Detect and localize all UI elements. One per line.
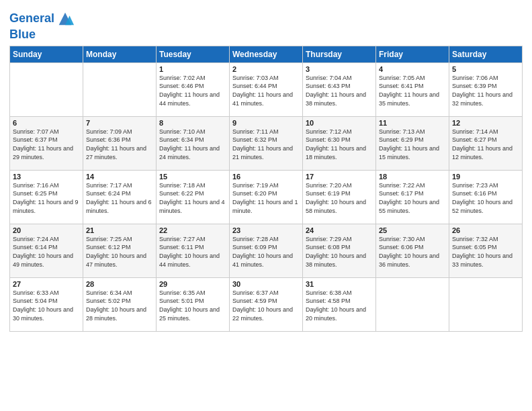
day-info: Sunrise: 7:12 AMSunset: 6:30 PMDaylight:… bbox=[306, 128, 373, 161]
day-info: Sunrise: 7:20 AMSunset: 6:19 PMDaylight:… bbox=[306, 181, 373, 215]
weekday-header: Friday bbox=[376, 46, 449, 62]
day-info: Sunrise: 7:25 AMSunset: 6:12 PMDaylight:… bbox=[86, 235, 153, 269]
day-number: 27 bbox=[13, 280, 80, 288]
calendar-cell: 30Sunrise: 6:37 AMSunset: 4:59 PMDayligh… bbox=[230, 277, 303, 331]
calendar-cell: 15Sunrise: 7:18 AMSunset: 6:22 PMDayligh… bbox=[157, 170, 230, 224]
day-info: Sunrise: 7:32 AMSunset: 6:05 PMDaylight:… bbox=[452, 235, 519, 269]
day-number: 1 bbox=[159, 65, 226, 73]
day-number: 30 bbox=[232, 280, 300, 288]
day-number: 6 bbox=[13, 119, 80, 127]
logo-text-blue: Blue bbox=[9, 28, 75, 42]
day-number: 16 bbox=[232, 173, 300, 181]
day-number: 3 bbox=[306, 65, 373, 73]
day-number: 4 bbox=[379, 65, 446, 73]
day-info: Sunrise: 6:33 AMSunset: 5:04 PMDaylight:… bbox=[13, 289, 80, 322]
calendar-cell: 19Sunrise: 7:23 AMSunset: 6:16 PMDayligh… bbox=[449, 170, 523, 224]
calendar-cell: 1Sunrise: 7:02 AMSunset: 6:46 PMDaylight… bbox=[157, 62, 230, 116]
day-number: 21 bbox=[86, 226, 153, 234]
weekday-header: Monday bbox=[83, 46, 157, 62]
day-info: Sunrise: 6:37 AMSunset: 4:59 PMDaylight:… bbox=[232, 289, 300, 322]
day-info: Sunrise: 7:02 AMSunset: 6:46 PMDaylight:… bbox=[159, 74, 226, 107]
day-info: Sunrise: 7:27 AMSunset: 6:11 PMDaylight:… bbox=[159, 235, 226, 269]
day-info: Sunrise: 7:06 AMSunset: 6:39 PMDaylight:… bbox=[452, 74, 519, 107]
calendar-cell: 6Sunrise: 7:07 AMSunset: 6:37 PMDaylight… bbox=[10, 116, 83, 170]
day-number: 19 bbox=[452, 173, 519, 181]
day-number: 9 bbox=[232, 119, 300, 127]
day-info: Sunrise: 7:29 AMSunset: 6:08 PMDaylight:… bbox=[306, 235, 373, 269]
day-number: 10 bbox=[306, 119, 373, 127]
day-info: Sunrise: 6:35 AMSunset: 5:01 PMDaylight:… bbox=[159, 289, 226, 322]
weekday-header: Wednesday bbox=[230, 46, 303, 62]
calendar-cell: 17Sunrise: 7:20 AMSunset: 6:19 PMDayligh… bbox=[303, 170, 376, 224]
calendar-cell bbox=[10, 62, 83, 116]
weekday-header: Saturday bbox=[449, 46, 523, 62]
day-number: 17 bbox=[306, 173, 373, 181]
calendar-cell: 26Sunrise: 7:32 AMSunset: 6:05 PMDayligh… bbox=[449, 224, 523, 277]
day-info: Sunrise: 7:07 AMSunset: 6:37 PMDaylight:… bbox=[13, 128, 80, 161]
day-number: 18 bbox=[379, 173, 446, 181]
day-info: Sunrise: 7:28 AMSunset: 6:09 PMDaylight:… bbox=[232, 235, 300, 269]
day-info: Sunrise: 7:14 AMSunset: 6:27 PMDaylight:… bbox=[452, 128, 519, 161]
calendar-cell: 11Sunrise: 7:13 AMSunset: 6:29 PMDayligh… bbox=[376, 116, 449, 170]
calendar-cell: 18Sunrise: 7:22 AMSunset: 6:17 PMDayligh… bbox=[376, 170, 449, 224]
calendar-header-row: SundayMondayTuesdayWednesdayThursdayFrid… bbox=[10, 46, 523, 62]
calendar-cell: 10Sunrise: 7:12 AMSunset: 6:30 PMDayligh… bbox=[303, 116, 376, 170]
calendar-cell bbox=[83, 62, 157, 116]
day-info: Sunrise: 7:05 AMSunset: 6:41 PMDaylight:… bbox=[379, 74, 446, 107]
day-number: 24 bbox=[306, 226, 373, 234]
calendar-cell: 14Sunrise: 7:17 AMSunset: 6:24 PMDayligh… bbox=[83, 170, 157, 224]
day-info: Sunrise: 7:09 AMSunset: 6:36 PMDaylight:… bbox=[86, 128, 153, 161]
logo-icon bbox=[56, 9, 75, 28]
day-number: 12 bbox=[452, 119, 519, 127]
logo-text: General bbox=[9, 12, 54, 26]
day-number: 15 bbox=[159, 173, 226, 181]
day-number: 11 bbox=[379, 119, 446, 127]
day-info: Sunrise: 7:10 AMSunset: 6:34 PMDaylight:… bbox=[159, 128, 226, 161]
calendar-cell: 31Sunrise: 6:38 AMSunset: 4:58 PMDayligh… bbox=[303, 277, 376, 331]
weekday-header: Tuesday bbox=[157, 46, 230, 62]
calendar-week-row: 6Sunrise: 7:07 AMSunset: 6:37 PMDaylight… bbox=[10, 116, 523, 170]
day-info: Sunrise: 7:30 AMSunset: 6:06 PMDaylight:… bbox=[379, 235, 446, 269]
day-number: 31 bbox=[306, 280, 373, 288]
calendar-cell: 16Sunrise: 7:19 AMSunset: 6:20 PMDayligh… bbox=[230, 170, 303, 224]
page-container: General Blue SundayMondayTuesdayWednesda… bbox=[0, 0, 532, 338]
calendar-cell: 9Sunrise: 7:11 AMSunset: 6:32 PMDaylight… bbox=[230, 116, 303, 170]
weekday-header: Sunday bbox=[10, 46, 83, 62]
day-number: 25 bbox=[379, 226, 446, 234]
day-info: Sunrise: 7:22 AMSunset: 6:17 PMDaylight:… bbox=[379, 181, 446, 215]
calendar-week-row: 1Sunrise: 7:02 AMSunset: 6:46 PMDaylight… bbox=[10, 62, 523, 116]
day-number: 13 bbox=[13, 173, 80, 181]
calendar-cell: 4Sunrise: 7:05 AMSunset: 6:41 PMDaylight… bbox=[376, 62, 449, 116]
day-info: Sunrise: 7:17 AMSunset: 6:24 PMDaylight:… bbox=[86, 181, 153, 215]
day-number: 28 bbox=[86, 280, 153, 288]
calendar-cell: 8Sunrise: 7:10 AMSunset: 6:34 PMDaylight… bbox=[157, 116, 230, 170]
day-info: Sunrise: 7:18 AMSunset: 6:22 PMDaylight:… bbox=[159, 181, 226, 215]
calendar-cell bbox=[376, 277, 449, 331]
day-info: Sunrise: 7:11 AMSunset: 6:32 PMDaylight:… bbox=[232, 128, 300, 161]
calendar-cell: 27Sunrise: 6:33 AMSunset: 5:04 PMDayligh… bbox=[10, 277, 83, 331]
day-info: Sunrise: 7:24 AMSunset: 6:14 PMDaylight:… bbox=[13, 235, 80, 269]
calendar-cell: 25Sunrise: 7:30 AMSunset: 6:06 PMDayligh… bbox=[376, 224, 449, 277]
calendar-cell: 7Sunrise: 7:09 AMSunset: 6:36 PMDaylight… bbox=[83, 116, 157, 170]
calendar-table: SundayMondayTuesdayWednesdayThursdayFrid… bbox=[9, 46, 523, 332]
day-info: Sunrise: 7:19 AMSunset: 6:20 PMDaylight:… bbox=[232, 181, 300, 215]
day-info: Sunrise: 7:13 AMSunset: 6:29 PMDaylight:… bbox=[379, 128, 446, 161]
calendar-cell: 3Sunrise: 7:04 AMSunset: 6:43 PMDaylight… bbox=[303, 62, 376, 116]
calendar-cell: 24Sunrise: 7:29 AMSunset: 6:08 PMDayligh… bbox=[303, 224, 376, 277]
calendar-cell: 29Sunrise: 6:35 AMSunset: 5:01 PMDayligh… bbox=[157, 277, 230, 331]
calendar-cell: 5Sunrise: 7:06 AMSunset: 6:39 PMDaylight… bbox=[449, 62, 523, 116]
calendar-week-row: 20Sunrise: 7:24 AMSunset: 6:14 PMDayligh… bbox=[10, 224, 523, 277]
day-number: 29 bbox=[159, 280, 226, 288]
day-info: Sunrise: 7:16 AMSunset: 6:25 PMDaylight:… bbox=[13, 181, 80, 215]
calendar-cell: 13Sunrise: 7:16 AMSunset: 6:25 PMDayligh… bbox=[10, 170, 83, 224]
day-info: Sunrise: 7:04 AMSunset: 6:43 PMDaylight:… bbox=[306, 74, 373, 107]
weekday-header: Thursday bbox=[303, 46, 376, 62]
day-number: 14 bbox=[86, 173, 153, 181]
day-number: 7 bbox=[86, 119, 153, 127]
calendar-week-row: 13Sunrise: 7:16 AMSunset: 6:25 PMDayligh… bbox=[10, 170, 523, 224]
calendar-cell: 20Sunrise: 7:24 AMSunset: 6:14 PMDayligh… bbox=[10, 224, 83, 277]
logo: General Blue bbox=[9, 9, 75, 42]
calendar-cell: 23Sunrise: 7:28 AMSunset: 6:09 PMDayligh… bbox=[230, 224, 303, 277]
calendar-cell: 2Sunrise: 7:03 AMSunset: 6:44 PMDaylight… bbox=[230, 62, 303, 116]
day-number: 22 bbox=[159, 226, 226, 234]
